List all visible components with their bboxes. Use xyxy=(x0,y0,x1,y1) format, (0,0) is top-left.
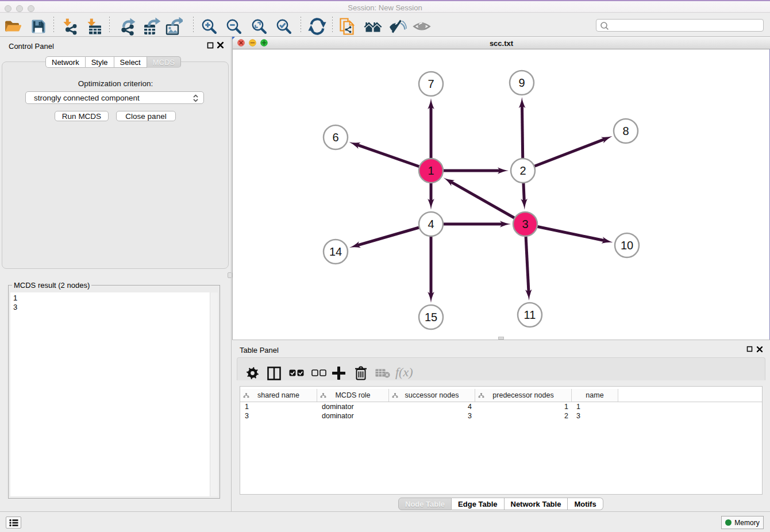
svg-text:6: 6 xyxy=(332,131,338,144)
svg-text:9: 9 xyxy=(518,76,525,89)
svg-text:14: 14 xyxy=(329,245,342,258)
svg-text:4: 4 xyxy=(428,218,434,230)
svg-text:7: 7 xyxy=(428,78,434,90)
svg-text:15: 15 xyxy=(425,311,437,323)
svg-text:1: 1 xyxy=(428,164,434,177)
svg-text:2: 2 xyxy=(519,164,526,177)
svg-text:3: 3 xyxy=(522,218,528,230)
svg-text:10: 10 xyxy=(621,239,633,252)
svg-text:11: 11 xyxy=(524,309,536,321)
svg-text:8: 8 xyxy=(622,125,629,137)
